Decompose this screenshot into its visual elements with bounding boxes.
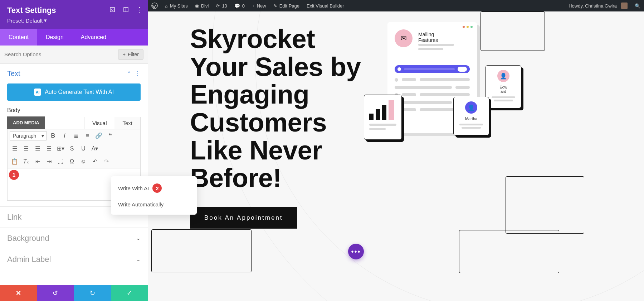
cancel-button[interactable]: ✕ [0, 285, 37, 301]
comment-icon: 💬 [234, 3, 240, 9]
divi-icon: ◉ [195, 3, 199, 9]
comments-link[interactable]: 💬0 [231, 0, 248, 11]
chevron-down-icon: ⌄ [136, 235, 141, 242]
sidebar-header: Text Settings Preset: Default ▾ ⋮ [0, 0, 148, 29]
preset-selector[interactable]: Preset: Default ▾ [7, 17, 47, 24]
mail-icon: ✉ [395, 29, 413, 47]
section-background-header[interactable]: Background ⌄ [0, 228, 148, 249]
pencil-icon: ✎ [273, 3, 277, 9]
my-sites-link[interactable]: ⌂My Sites [161, 0, 191, 11]
tab-advanced[interactable]: Advanced [72, 29, 115, 46]
sidebar-footer: ✕ ↺ ↻ ✓ [0, 285, 148, 301]
callout-2: 2 [152, 183, 162, 193]
window-dots-icon [463, 26, 473, 28]
user-card-martha: 👤 Martha [453, 97, 489, 135]
page-preview: SkyrocketYour Sales byEngagingCustomersL… [148, 11, 644, 301]
align-right-icon[interactable]: ☰ [33, 144, 43, 154]
search-input[interactable] [4, 51, 118, 57]
wp-admin-bar: ⌂My Sites ◉Divi ⟳10 💬0 +New ✎Edit Page E… [148, 0, 644, 11]
search-bar: + Filter [0, 46, 148, 64]
chevron-up-icon: ⌃ [127, 70, 131, 77]
ul-icon[interactable]: ≣ [71, 131, 81, 141]
avatar [621, 3, 628, 9]
decorative-frame [459, 230, 559, 273]
person-icon: 👤 [497, 70, 509, 82]
italic-icon[interactable]: I [59, 131, 69, 141]
settings-sidebar: Text Settings Preset: Default ▾ ⋮ Conten… [0, 0, 148, 301]
slider-graphic [395, 65, 470, 73]
redo-button[interactable]: ↻ [74, 285, 111, 301]
user-card-edward: 👤 Edward [486, 65, 521, 108]
callout-1: 1 [9, 170, 19, 180]
underline-icon[interactable]: U [78, 144, 88, 154]
sidebar-body: Text ⌃ ⋮ AI Auto Generate Text With AI B… [0, 64, 148, 286]
filter-button[interactable]: + Filter [118, 49, 143, 60]
settings-tabs: Content Design Advanced [0, 29, 148, 46]
ai-icon: AI [34, 89, 41, 96]
editor-toolbar: Paragraph ▾ B I ≣ ≡ 🔗 ❝ ☰ ☰ ☰ ☰ ⊞▾ [7, 129, 141, 168]
howdy-link[interactable]: Howdy, Christina Gwira [565, 0, 631, 11]
plus-icon: + [252, 3, 255, 9]
outdent-icon[interactable]: ⇤ [33, 157, 43, 167]
tab-content[interactable]: Content [0, 29, 37, 46]
home-icon: ⌂ [165, 3, 168, 9]
section-text-header[interactable]: Text ⌃ ⋮ [0, 64, 148, 83]
save-button[interactable]: ✓ [111, 285, 148, 301]
chevron-down-icon: ▾ [44, 17, 47, 24]
write-with-ai-item[interactable]: Write With AI 2 [111, 179, 197, 197]
editor-tab-visual[interactable]: Visual [84, 117, 115, 129]
align-justify-icon[interactable]: ☰ [44, 144, 54, 154]
wp-logo-icon[interactable] [148, 0, 161, 11]
svg-rect-0 [110, 8, 114, 12]
emoji-icon[interactable]: ☺ [78, 157, 88, 167]
undo-icon[interactable]: ↶ [90, 157, 100, 167]
hover-icon[interactable] [109, 6, 116, 13]
plus-icon: + [123, 52, 126, 57]
section-admin-label-header[interactable]: Admin Label ⌄ [0, 249, 148, 270]
strike-icon[interactable]: S [67, 144, 77, 154]
indent-icon[interactable]: ⇥ [44, 157, 54, 167]
person-icon: 👤 [465, 101, 477, 114]
chevron-down-icon: ⌄ [136, 256, 141, 263]
write-automatically-item[interactable]: Write Automatically [111, 197, 197, 212]
new-link[interactable]: +New [248, 0, 270, 11]
builder-fab-button[interactable]: ••• [348, 244, 364, 259]
align-left-icon[interactable]: ☰ [10, 144, 20, 154]
body-label: Body [7, 107, 141, 114]
chart-card [364, 95, 402, 140]
divi-link[interactable]: ◉Divi [191, 0, 213, 11]
decorative-frame [480, 11, 545, 51]
book-appointment-button[interactable]: Book An Appointment [190, 207, 297, 229]
redo-icon[interactable]: ↷ [101, 157, 111, 167]
search-icon[interactable]: 🔍 [631, 0, 644, 11]
decorative-frame [506, 176, 584, 234]
ol-icon[interactable]: ≡ [82, 131, 92, 141]
section-more-icon[interactable]: ⋮ [135, 70, 141, 77]
tab-design[interactable]: Design [37, 29, 72, 46]
page-headline[interactable]: SkyrocketYour Sales byEngagingCustomersL… [190, 25, 361, 192]
ai-popup: Write With AI 2 Write Automatically [111, 176, 197, 215]
auto-generate-ai-button[interactable]: AI Auto Generate Text With AI [7, 83, 141, 101]
mailing-title: Mailing Features [418, 32, 438, 43]
table-icon[interactable]: ⊞▾ [55, 144, 65, 154]
add-media-button[interactable]: ADD MEDIA [7, 116, 45, 129]
updates-link[interactable]: ⟳10 [212, 0, 230, 11]
link-icon[interactable]: 🔗 [94, 131, 104, 141]
align-center-icon[interactable]: ☰ [21, 144, 31, 154]
edit-page-link[interactable]: ✎Edit Page [270, 0, 303, 11]
decorative-frame [151, 229, 252, 272]
paste-icon[interactable]: 📋 [10, 157, 20, 167]
bold-icon[interactable]: B [48, 131, 58, 141]
undo-button[interactable]: ↺ [37, 285, 74, 301]
textcolor-icon[interactable]: A▾ [90, 144, 100, 154]
editor-tab-text[interactable]: Text [114, 117, 140, 129]
clear-icon[interactable]: Tₓ [21, 157, 31, 167]
block-format-select[interactable]: Paragraph ▾ [10, 131, 47, 140]
more-icon[interactable]: ⋮ [136, 6, 143, 13]
exit-builder-link[interactable]: Exit Visual Builder [303, 0, 348, 11]
svg-point-1 [112, 9, 113, 10]
fullscreen-icon[interactable]: ⛶ [55, 157, 65, 167]
quote-icon[interactable]: ❝ [105, 131, 115, 141]
responsive-icon[interactable] [123, 6, 129, 13]
specialchar-icon[interactable]: Ω [67, 157, 77, 167]
